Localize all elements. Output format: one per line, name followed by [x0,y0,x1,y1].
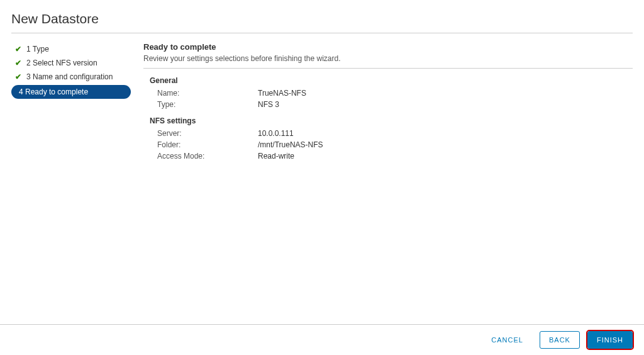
panel-subheading: Review your settings selections before f… [143,54,633,63]
wizard-footer: CANCEL BACK FINISH [0,324,644,355]
section-general-title: General [150,76,633,85]
cancel-button[interactable]: CANCEL [482,331,532,349]
panel-divider [143,68,633,69]
main-panel: Ready to complete Review your settings s… [131,36,633,162]
title-divider [11,33,633,33]
value-server: 10.0.0.111 [258,129,294,138]
panel-heading: Ready to complete [143,42,633,52]
value-folder: /mnt/TrueNAS-NFS [258,140,323,149]
step-type[interactable]: ✔ 1 Type [11,42,131,56]
row-type: Type: NFS 3 [143,99,633,110]
wizard-sidebar: ✔ 1 Type ✔ 2 Select NFS version ✔ 3 Name… [11,36,131,162]
finish-button[interactable]: FINISH [587,331,633,349]
step-label: 1 Type [26,45,49,54]
row-access-mode: Access Mode: Read-write [143,150,633,162]
label-name: Name: [157,89,258,98]
value-name: TrueNAS-NFS [258,89,306,98]
step-select-nfs-version[interactable]: ✔ 2 Select NFS version [11,56,131,70]
label-type: Type: [157,100,258,109]
wizard-title: New Datastore [11,11,633,26]
wizard-container: New Datastore ✔ 1 Type ✔ 2 Select NFS ve… [0,0,644,173]
check-icon: ✔ [15,72,24,81]
row-name: Name: TrueNAS-NFS [143,87,633,99]
content-wrap: ✔ 1 Type ✔ 2 Select NFS version ✔ 3 Name… [11,36,633,162]
back-button[interactable]: BACK [540,331,580,349]
step-name-configuration[interactable]: ✔ 3 Name and configuration [11,70,131,84]
section-nfs-title: NFS settings [150,116,633,125]
step-label: 2 Select NFS version [26,59,97,67]
label-access-mode: Access Mode: [157,152,258,161]
row-folder: Folder: /mnt/TrueNAS-NFS [143,139,633,150]
label-server: Server: [157,129,258,138]
row-server: Server: 10.0.0.111 [143,128,633,139]
step-label: 4 Ready to complete [19,87,88,96]
step-label: 3 Name and configuration [26,72,113,81]
value-type: NFS 3 [258,100,279,109]
check-icon: ✔ [15,59,24,67]
value-access-mode: Read-write [258,152,294,161]
step-ready-complete[interactable]: 4 Ready to complete [11,85,131,99]
check-icon: ✔ [15,45,24,54]
label-folder: Folder: [157,140,258,149]
